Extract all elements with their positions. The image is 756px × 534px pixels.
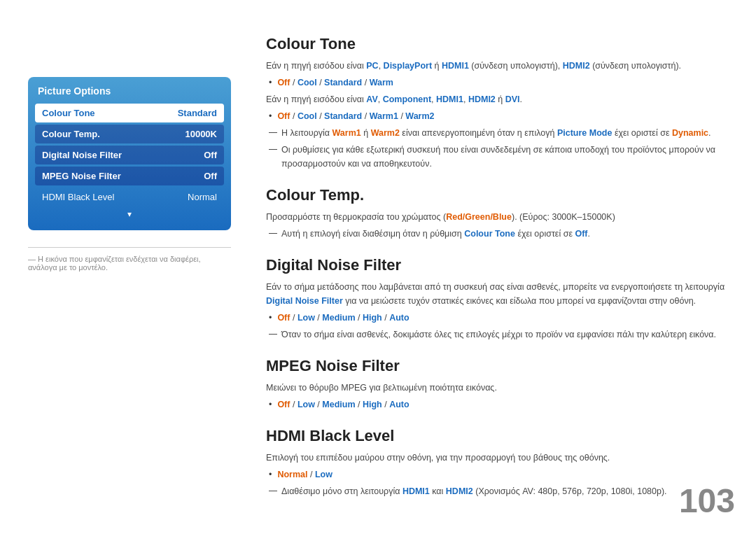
bullet-symbol: • — [269, 468, 272, 482]
menu-item[interactable]: HDMI Black LevelNormal — [35, 188, 224, 206]
menu-item[interactable]: MPEG Noise FilterOff — [35, 167, 224, 185]
menu-item-label: Colour Tone — [42, 108, 95, 118]
section-title-colour-temp: Colour Temp. — [266, 186, 735, 204]
menu-item[interactable]: Colour Temp.10000K — [35, 125, 224, 143]
bullet-content: Off / Low / Medium / High / Auto — [277, 311, 409, 325]
section-paragraph: Εάν το σήμα μετάδοσης που λαμβάνεται από… — [266, 280, 735, 308]
menu-item-label: HDMI Black Level — [42, 192, 114, 202]
menu-item-value: Standard — [178, 108, 217, 118]
dash-symbol: — — [269, 227, 277, 240]
menu-items-container: Colour ToneStandardColour Temp.10000KDig… — [35, 104, 224, 206]
section-paragraph: •Normal / Low — [266, 468, 735, 482]
menu-item[interactable]: Colour ToneStandard — [35, 104, 224, 122]
page-number: 103 — [679, 482, 735, 520]
dash-symbol: — — [269, 484, 277, 498]
section-colour-tone: Colour ToneΕάν η πηγή εισόδου είναι PC, … — [266, 35, 735, 171]
section-digital-noise-filter: Digital Noise FilterΕάν το σήμα μετάδοση… — [266, 256, 735, 342]
dash-content: Αυτή η επιλογή είναι διαθέσιμη όταν η ρύ… — [281, 227, 590, 241]
section-title-mpeg-noise-filter: MPEG Noise Filter — [266, 357, 735, 375]
section-paragraph: Προσαρμόστε τη θερμοκρασία του χρώματος … — [266, 210, 735, 224]
menu-item[interactable]: Digital Noise FilterOff — [35, 146, 224, 164]
section-paragraph: Εάν η πηγή εισόδου είναι AV, Component, … — [266, 92, 735, 106]
menu-item-label: Digital Noise Filter — [42, 150, 122, 160]
section-body-mpeg-noise-filter: Μειώνει το θόρυβο MPEG για βελτιωμένη πο… — [266, 381, 735, 412]
section-body-colour-temp: Προσαρμόστε τη θερμοκρασία του χρώματος … — [266, 210, 735, 241]
section-paragraph: •Off / Cool / Standard / Warm1 / Warm2 — [266, 109, 735, 123]
sections-container: Colour ToneΕάν η πηγή εισόδου είναι PC, … — [266, 35, 735, 498]
bullet-symbol: • — [269, 311, 272, 325]
section-title-hdmi-black-level: HDMI Black Level — [266, 427, 735, 445]
dash-symbol: — — [269, 328, 277, 341]
right-panel: Colour ToneΕάν η πηγή εισόδου είναι PC, … — [266, 35, 735, 514]
menu-item-value: Off — [204, 150, 217, 160]
section-paragraph: —Διαθέσιμο μόνο στη λειτουργία HDMI1 και… — [266, 484, 735, 498]
dash-content: Διαθέσιμο μόνο στη λειτουργία HDMI1 και … — [281, 484, 667, 498]
bullet-content: Normal / Low — [277, 468, 332, 482]
section-body-digital-noise-filter: Εάν το σήμα μετάδοσης που λαμβάνεται από… — [266, 280, 735, 342]
section-paragraph: •Off / Low / Medium / High / Auto — [266, 311, 735, 325]
section-paragraph: Εάν η πηγή εισόδου είναι PC, DisplayPort… — [266, 59, 735, 73]
dash-content: Οι ρυθμίσεις για κάθε εξωτερική συσκευή … — [281, 143, 735, 171]
section-title-digital-noise-filter: Digital Noise Filter — [266, 256, 735, 274]
section-hdmi-black-level: HDMI Black LevelΕπιλογή του επιπέδου μαύ… — [266, 427, 735, 498]
section-paragraph: Επιλογή του επιπέδου μαύρου στην οθόνη, … — [266, 451, 735, 465]
menu-item-label: Colour Temp. — [42, 129, 100, 139]
section-colour-temp: Colour Temp.Προσαρμόστε τη θερμοκρασία τ… — [266, 186, 735, 241]
menu-item-value: Normal — [188, 192, 217, 202]
picture-options-box: Picture Options Colour ToneStandardColou… — [28, 77, 231, 230]
section-paragraph: Μειώνει το θόρυβο MPEG για βελτιωμένη πο… — [266, 381, 735, 395]
bullet-content: Off / Low / Medium / High / Auto — [277, 398, 409, 412]
section-mpeg-noise-filter: MPEG Noise FilterΜειώνει το θόρυβο MPEG … — [266, 357, 735, 412]
bullet-content: Off / Cool / Standard / Warm1 / Warm2 — [277, 109, 434, 123]
dash-symbol: — — [269, 126, 277, 139]
section-paragraph: —Όταν το σήμα είναι ασθενές, δοκιμάστε ό… — [266, 328, 735, 342]
bullet-symbol: • — [269, 76, 272, 90]
bullet-symbol: • — [269, 398, 272, 412]
section-paragraph: •Off / Low / Medium / High / Auto — [266, 398, 735, 412]
section-paragraph: —Η λειτουργία Warm1 ή Warm2 είναι απενερ… — [266, 126, 735, 140]
bullet-symbol: • — [269, 109, 272, 123]
dash-symbol: — — [269, 143, 277, 156]
section-paragraph: —Αυτή η επιλογή είναι διαθέσιμη όταν η ρ… — [266, 227, 735, 241]
section-body-hdmi-black-level: Επιλογή του επιπέδου μαύρου στην οθόνη, … — [266, 451, 735, 498]
picture-options-title: Picture Options — [35, 85, 224, 97]
menu-item-value: 10000K — [185, 129, 217, 139]
section-title-colour-tone: Colour Tone — [266, 35, 735, 53]
dash-content: Η λειτουργία Warm1 ή Warm2 είναι απενεργ… — [281, 126, 711, 140]
menu-item-label: MPEG Noise Filter — [42, 171, 121, 181]
dash-content: Όταν το σήμα είναι ασθενές, δοκιμάστε όλ… — [281, 328, 716, 342]
left-panel-note: — Η εικόνα που εμφανίζεται ενδέχεται να … — [28, 247, 231, 272]
menu-item-value: Off — [204, 171, 217, 181]
section-body-colour-tone: Εάν η πηγή εισόδου είναι PC, DisplayPort… — [266, 59, 735, 171]
bullet-content: Off / Cool / Standard / Warm — [277, 76, 393, 90]
section-paragraph: —Οι ρυθμίσεις για κάθε εξωτερική συσκευή… — [266, 143, 735, 171]
left-panel: Picture Options Colour ToneStandardColou… — [28, 77, 238, 272]
section-paragraph: •Off / Cool / Standard / Warm — [266, 76, 735, 90]
dropdown-arrow: ▾ — [35, 209, 224, 219]
